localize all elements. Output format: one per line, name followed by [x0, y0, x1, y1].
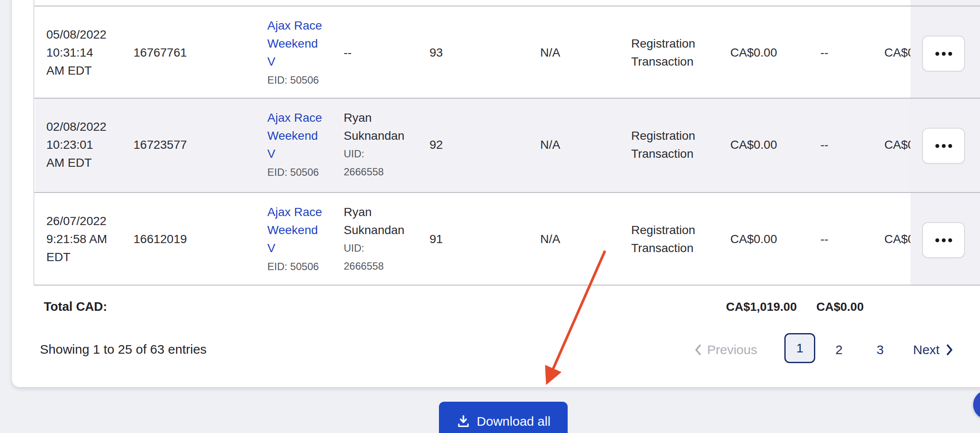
event-link[interactable]: Weekend [267, 127, 322, 145]
totals-label: Total CAD: [44, 300, 107, 314]
cell-quantity: 91 [430, 230, 443, 248]
cell-name: Ryan Suknandan UID: 2666558 [344, 109, 405, 181]
table-row: 02/08/2022 10:23:01 AM EDT 16723577 Ajax… [35, 99, 980, 192]
event-eid: EID: 50506 [267, 166, 319, 178]
cell-name: Ryan Suknandan UID: 2666558 [344, 203, 405, 275]
table-row-partial [35, 0, 980, 6]
cell-amount: CA$0.00 [730, 44, 777, 62]
transactions-page: 05/08/2022 10:31:14 AM EDT 16767761 Ajax… [0, 0, 980, 433]
event-eid: EID: 50506 [267, 74, 319, 86]
row-divider [34, 192, 980, 193]
cell-transaction-id: 16767761 [133, 44, 187, 62]
event-link[interactable]: Ajax Race [267, 109, 322, 127]
event-eid: EID: 50506 [267, 261, 319, 272]
event-link[interactable]: Weekend [267, 35, 322, 53]
event-link[interactable]: V [267, 53, 322, 71]
cell-dash: -- [820, 136, 829, 154]
totals-refund-amount: CA$0.00 [799, 300, 864, 314]
totals-amount: CA$1,019.00 [690, 300, 797, 314]
pagination-page-2[interactable]: 2 [835, 343, 843, 357]
cell-transaction-type: Registration Transaction [631, 127, 695, 163]
name-uid: 2666558 [344, 257, 405, 275]
cell-amount: CA$0.00 [730, 136, 777, 154]
ellipsis-icon [935, 52, 939, 56]
cell-transaction-id: 16723577 [133, 136, 187, 154]
cell-date: 26/07/2022 9:21:58 AM EDT [46, 212, 107, 266]
cell-transaction-id: 16612019 [133, 230, 187, 248]
download-all-button[interactable]: Download all [439, 402, 568, 433]
cell-dash: -- [820, 230, 829, 248]
pagination-page-1[interactable]: 1 [784, 333, 815, 363]
pagination-next[interactable]: Next [913, 343, 953, 357]
row-divider [34, 98, 980, 99]
row-actions-button[interactable] [922, 128, 965, 164]
name-uid: UID: [344, 239, 405, 257]
floating-action-button[interactable] [973, 390, 980, 419]
chevron-left-icon [694, 344, 702, 356]
event-link[interactable]: Ajax Race [267, 203, 322, 221]
table-row: 05/08/2022 10:31:14 AM EDT 16767761 Ajax… [35, 6, 980, 98]
cell-na: N/A [540, 136, 560, 154]
name-uid: 2666558 [344, 163, 405, 181]
pagination-previous: Previous [694, 343, 757, 357]
transactions-table: 05/08/2022 10:31:14 AM EDT 16767761 Ajax… [33, 0, 980, 286]
cell-quantity: 92 [430, 136, 443, 154]
row-divider [34, 6, 980, 6]
event-link[interactable]: Ajax Race [267, 17, 322, 35]
cell-transaction-type: Registration Transaction [631, 221, 695, 257]
row-actions-button[interactable] [922, 222, 965, 258]
ellipsis-icon [935, 238, 939, 242]
event-link[interactable]: Weekend [267, 221, 322, 239]
chevron-right-icon [946, 344, 953, 356]
table-row: 26/07/2022 9:21:58 AM EDT 16612019 Ajax … [35, 193, 980, 285]
entries-summary: Showing 1 to 25 of 63 entries [40, 342, 207, 357]
cell-quantity: 93 [430, 44, 443, 62]
cell-event: Ajax Race Weekend V EID: 50506 [267, 203, 322, 276]
cell-na: N/A [540, 230, 560, 248]
download-icon [456, 414, 471, 429]
cell-name: -- [344, 44, 352, 62]
cell-na: N/A [540, 44, 560, 62]
row-actions-button[interactable] [922, 36, 965, 72]
cell-date: 05/08/2022 10:31:14 AM EDT [46, 26, 106, 80]
cell-event: Ajax Race Weekend V EID: 50506 [267, 109, 322, 181]
event-link[interactable]: V [267, 145, 322, 163]
row-divider [34, 285, 980, 286]
cell-event: Ajax Race Weekend V EID: 50506 [267, 17, 322, 89]
cell-date: 02/08/2022 10:23:01 AM EDT [46, 118, 106, 172]
cell-transaction-type: Registration Transaction [631, 35, 695, 71]
ellipsis-icon [935, 144, 939, 148]
name-uid: UID: [344, 145, 405, 163]
pagination-page-3[interactable]: 3 [877, 343, 884, 357]
cell-amount: CA$0.00 [730, 230, 777, 248]
cell-dash: -- [820, 44, 829, 62]
event-link[interactable]: V [267, 239, 322, 257]
